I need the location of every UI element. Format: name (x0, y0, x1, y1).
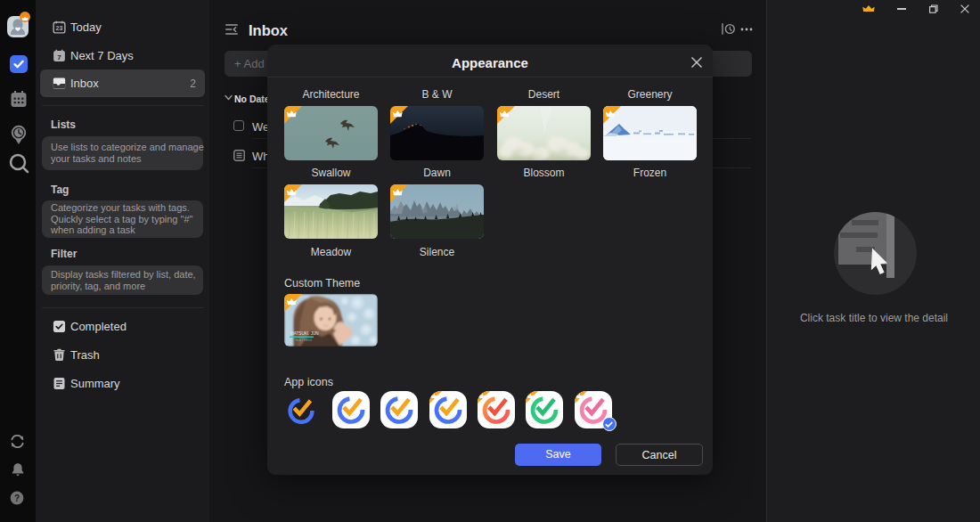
svg-text:MATSUKI. JUN: MATSUKI. JUN (290, 331, 319, 336)
svg-text:?: ? (14, 493, 20, 503)
svg-text:7: 7 (57, 53, 61, 61)
svg-text:23: 23 (56, 25, 63, 31)
svg-text:Yu & I PROJ: Yu & I PROJ (295, 338, 312, 342)
